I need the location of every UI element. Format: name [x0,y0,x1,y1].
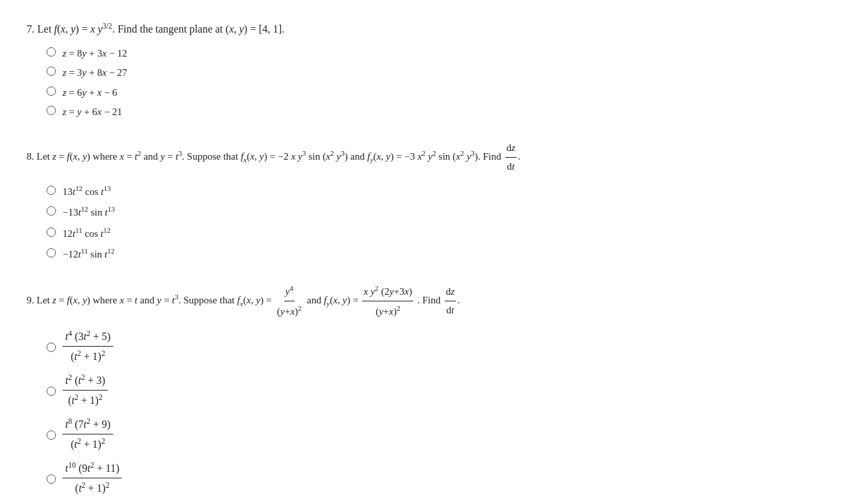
option-9-a[interactable]: t4 (3t2 + 5) (t2 + 1)2 [47,327,841,366]
option-9-d-frac: t10 (9t2 + 11) (t2 + 1)2 [63,459,122,498]
radio-9-d[interactable] [47,474,56,484]
question-7: 7. Let f(x, y) = x y3/2. Find the tangen… [27,20,841,121]
dz-dt-9: dz dt [445,283,456,319]
option-9-c[interactable]: t8 (7t2 + 9) (t2 + 1)2 [47,415,841,454]
radio-8-d[interactable] [47,248,56,257]
radio-7-c[interactable] [47,86,56,96]
option-9-d[interactable]: t10 (9t2 + 11) (t2 + 1)2 [47,459,841,498]
option-7-a-text: z = 8y + 3x − 12 [63,45,127,63]
option-9-c-frac: t8 (7t2 + 9) (t2 + 1)2 [63,415,113,454]
option-9-b-num: t2 (t2 + 3) [63,371,108,391]
option-8-a[interactable]: 13t12 cos t13 [47,182,841,201]
option-7-c[interactable]: z = 6y + x − 6 [47,84,841,102]
radio-8-b[interactable] [47,206,56,216]
option-8-b[interactable]: −13t12 sin t13 [47,203,841,222]
fy-frac-9: x y2 (2y+3x) (y+x)2 [362,282,413,321]
option-7-d-text: z = y + 6x − 21 [63,104,122,121]
question-9: 9. Let z = f(x, y) where x = t and y = t… [27,282,841,498]
option-9-a-den: (t2 + 1)2 [68,347,108,366]
radio-7-b[interactable] [47,67,56,76]
question-8-text: 8. Let z = f(x, y) where x = t2 and y = … [27,140,841,176]
radio-8-c[interactable] [47,228,56,237]
radio-9-c[interactable] [47,430,56,440]
option-8-c[interactable]: 12t11 cos t12 [47,224,841,243]
option-7-b[interactable]: z = 3y + 8x − 27 [47,65,841,82]
option-9-a-frac: t4 (3t2 + 5) (t2 + 1)2 [63,327,113,366]
question-9-text: 9. Let z = f(x, y) where x = t and y = t… [27,282,841,321]
option-8-b-text: −13t12 sin t13 [63,203,114,222]
radio-7-d[interactable] [47,106,56,115]
option-8-c-text: 12t11 cos t12 [63,224,110,243]
option-7-c-text: z = 6y + x − 6 [63,84,117,102]
option-9-d-den: (t2 + 1)2 [73,478,112,498]
option-7-a[interactable]: z = 8y + 3x − 12 [47,45,841,63]
option-9-b-frac: t2 (t2 + 3) (t2 + 1)2 [63,371,108,410]
question-9-options: t4 (3t2 + 5) (t2 + 1)2 t2 (t2 + 3) (t2 +… [47,327,841,498]
question-8: 8. Let z = f(x, y) where x = t2 and y = … [27,140,841,263]
option-8-d[interactable]: −12t11 sin t12 [47,245,841,263]
option-7-d[interactable]: z = y + 6x − 21 [47,104,841,121]
option-9-c-num: t8 (7t2 + 9) [63,415,113,435]
option-9-d-num: t10 (9t2 + 11) [63,459,122,479]
fx-frac-9: y4 (y+x)2 [276,282,303,321]
radio-7-a[interactable] [47,47,56,57]
dz-dt-8: dz dt [505,140,517,176]
option-8-a-text: 13t12 cos t13 [63,182,110,201]
question-8-options: 13t12 cos t13 −13t12 sin t13 12t11 cos t… [47,182,841,263]
question-7-options: z = 8y + 3x − 12 z = 3y + 8x − 27 z = 6y… [47,45,841,121]
question-7-text: 7. Let f(x, y) = x y3/2. Find the tangen… [27,20,841,39]
option-9-a-num: t4 (3t2 + 5) [63,327,113,347]
radio-8-a[interactable] [47,186,56,195]
option-9-b-den: (t2 + 1)2 [65,391,105,410]
option-8-d-text: −12t11 sin t12 [63,245,114,263]
option-7-b-text: z = 3y + 8x − 27 [63,65,127,82]
option-9-b[interactable]: t2 (t2 + 3) (t2 + 1)2 [47,371,841,410]
option-9-c-den: (t2 + 1)2 [68,434,108,454]
radio-9-a[interactable] [47,343,56,352]
radio-9-b[interactable] [47,387,56,396]
